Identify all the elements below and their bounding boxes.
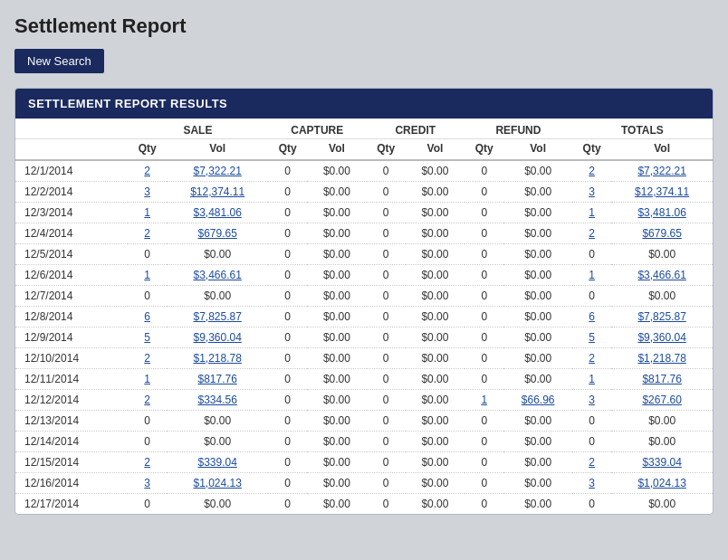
sale-qty-cell[interactable]: 1 (128, 203, 167, 223)
tot-vol-cell[interactable]: $817.76 (611, 369, 713, 390)
sale-qty-cell[interactable]: 2 (128, 452, 167, 473)
tot-qty-cell[interactable]: 2 (572, 223, 611, 244)
ref-qty-cell: 0 (465, 286, 503, 307)
sale-vol-cell[interactable]: $7,825.87 (167, 307, 268, 327)
sale-vol-cell[interactable]: $9,360.04 (167, 327, 268, 348)
sale-qty-cell[interactable]: 5 (128, 327, 167, 348)
cre-vol-cell: $0.00 (406, 160, 465, 182)
tot-vol-cell[interactable]: $267.60 (611, 390, 713, 411)
tot-vol-cell[interactable]: $7,322.21 (611, 160, 713, 182)
ref-vol-cell: $0.00 (503, 348, 571, 369)
sale-vol-cell[interactable]: $679.65 (167, 223, 268, 244)
tot-qty-cell[interactable]: 1 (572, 265, 611, 286)
sale-vol-cell[interactable]: $1,218.78 (167, 348, 268, 369)
cre-vol-cell: $0.00 (406, 307, 465, 327)
ref-qty-cell: 0 (465, 182, 503, 203)
ref-vol-cell[interactable]: $66.96 (503, 390, 571, 411)
tot-vol-cell[interactable]: $3,466.61 (611, 265, 713, 286)
tot-qty-cell[interactable]: 2 (572, 452, 611, 473)
sub-header-row: Qty Vol Qty Vol Qty Vol Qty Vol Qty Vol (15, 139, 713, 161)
tot-qty-cell[interactable]: 3 (572, 473, 611, 494)
cre-vol-cell: $0.00 (406, 452, 465, 473)
sale-vol-cell[interactable]: $1,024.13 (167, 473, 268, 494)
date-cell: 12/7/2014 (15, 286, 128, 307)
ref-qty-cell: 0 (465, 203, 503, 223)
cre-vol-cell: $0.00 (406, 182, 465, 203)
sale-qty-header: Qty (128, 139, 167, 161)
tot-qty-cell[interactable]: 2 (572, 160, 611, 182)
cre-qty-cell: 0 (367, 473, 406, 494)
new-search-button[interactable]: New Search (14, 49, 104, 73)
sale-qty-cell[interactable]: 2 (128, 160, 167, 182)
sale-vol-cell: $0.00 (167, 494, 268, 515)
sale-qty-cell[interactable]: 2 (128, 223, 167, 244)
cre-vol-cell: $0.00 (406, 473, 465, 494)
tot-vol-cell: $0.00 (611, 494, 713, 515)
tot-qty-cell[interactable]: 5 (572, 327, 611, 348)
cap-qty-cell: 0 (268, 494, 307, 515)
tot-vol-cell[interactable]: $12,374.11 (611, 182, 713, 203)
sale-vol-header: Vol (167, 139, 268, 161)
ref-qty-cell[interactable]: 1 (465, 390, 503, 411)
ref-vol-cell: $0.00 (503, 369, 571, 390)
ref-qty-cell: 0 (465, 307, 503, 327)
sale-vol-cell[interactable]: $339.04 (167, 452, 268, 473)
tot-qty-cell[interactable]: 1 (572, 369, 611, 390)
cap-qty-cell: 0 (268, 203, 307, 223)
tot-qty-cell[interactable]: 3 (572, 390, 611, 411)
tot-qty-cell: 0 (572, 286, 611, 307)
cre-vol-cell: $0.00 (406, 432, 465, 452)
date-cell: 12/1/2014 (15, 160, 128, 182)
table-row: 12/13/20140$0.000$0.000$0.000$0.000$0.00 (15, 411, 713, 432)
ref-qty-cell: 0 (465, 473, 503, 494)
sale-qty-cell[interactable]: 1 (128, 369, 167, 390)
cap-qty-cell: 0 (268, 244, 307, 265)
sale-qty-cell: 0 (128, 286, 167, 307)
date-cell: 12/4/2014 (15, 223, 128, 244)
sale-vol-cell[interactable]: $334.56 (167, 390, 268, 411)
cre-qty-cell: 0 (367, 369, 406, 390)
sale-vol-cell[interactable]: $817.76 (167, 369, 268, 390)
cap-qty-cell: 0 (268, 369, 307, 390)
ref-qty-cell: 0 (465, 327, 503, 348)
tot-vol-cell: $0.00 (611, 432, 713, 452)
report-header: SETTLEMENT REPORT RESULTS (15, 89, 713, 119)
sale-qty-cell[interactable]: 3 (128, 182, 167, 203)
ref-qty-cell: 0 (465, 265, 503, 286)
sale-qty-cell[interactable]: 1 (128, 265, 167, 286)
tot-qty-cell[interactable]: 2 (572, 348, 611, 369)
sale-qty-cell[interactable]: 6 (128, 307, 167, 327)
sale-vol-cell[interactable]: $7,322.21 (167, 160, 268, 182)
sale-vol-cell[interactable]: $3,481.06 (167, 203, 268, 223)
sale-vol-cell: $0.00 (167, 411, 268, 432)
tot-vol-cell[interactable]: $1,218.78 (611, 348, 713, 369)
ref-qty-cell: 0 (465, 432, 503, 452)
sale-qty-cell[interactable]: 2 (128, 348, 167, 369)
tot-vol-cell[interactable]: $679.65 (611, 223, 713, 244)
date-cell: 12/3/2014 (15, 203, 128, 223)
sale-vol-cell[interactable]: $3,466.61 (167, 265, 268, 286)
ref-qty-cell: 0 (465, 223, 503, 244)
sale-qty-cell: 0 (128, 494, 167, 515)
cap-vol-cell: $0.00 (307, 432, 366, 452)
sale-vol-cell[interactable]: $12,374.11 (167, 182, 268, 203)
cap-vol-header: Vol (307, 139, 366, 161)
tot-vol-cell[interactable]: $339.04 (611, 452, 713, 473)
tot-vol-header: Vol (611, 139, 713, 161)
tot-qty-cell[interactable]: 3 (572, 182, 611, 203)
tot-vol-cell[interactable]: $1,024.13 (611, 473, 713, 494)
tot-vol-cell[interactable]: $9,360.04 (611, 327, 713, 348)
sale-qty-cell[interactable]: 3 (128, 473, 167, 494)
sale-qty-cell: 0 (128, 244, 167, 265)
tot-vol-cell[interactable]: $3,481.06 (611, 203, 713, 223)
cap-vol-cell: $0.00 (307, 160, 366, 182)
tot-qty-cell[interactable]: 6 (572, 307, 611, 327)
sale-vol-cell: $0.00 (167, 244, 268, 265)
sale-qty-cell[interactable]: 2 (128, 390, 167, 411)
tot-qty-cell[interactable]: 1 (572, 203, 611, 223)
cre-qty-header: Qty (367, 139, 406, 161)
cre-vol-cell: $0.00 (406, 494, 465, 515)
tot-vol-cell[interactable]: $7,825.87 (611, 307, 713, 327)
ref-qty-cell: 0 (465, 494, 503, 515)
tot-vol-cell: $0.00 (611, 286, 713, 307)
